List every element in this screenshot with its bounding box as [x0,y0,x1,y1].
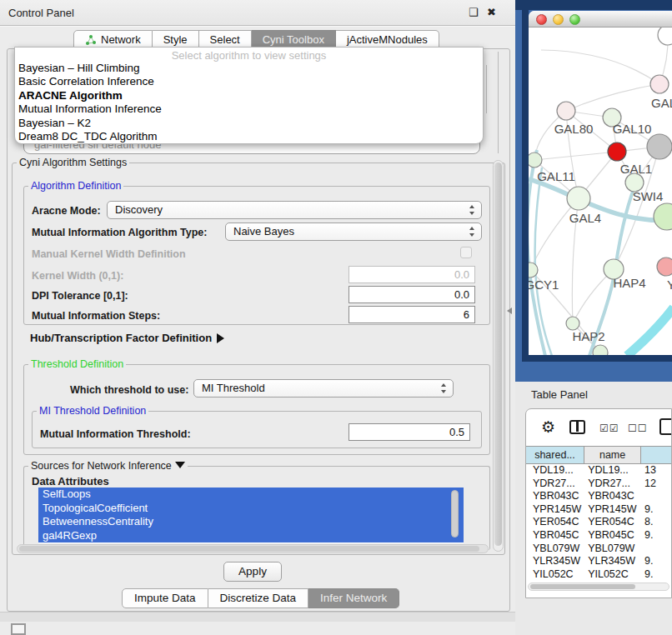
dpi-tolerance-field[interactable]: 0.0 [349,286,475,303]
column-header[interactable]: name [584,447,641,463]
status-strip [0,612,517,622]
network-node[interactable] [658,28,672,45]
float-panel-icon[interactable]: ❑ [469,6,479,18]
mi-algorithm-type-combo[interactable]: Naive Bayes [225,222,482,241]
settings-horizontal-scrollbar[interactable] [17,544,489,553]
network-node[interactable] [593,345,608,355]
expand-right-icon [217,333,224,343]
algorithm-definition-title: Algorithm Definition [28,180,123,192]
splitter-collapse-icon[interactable] [507,308,512,314]
table-row[interactable]: YLR345WYLR345W9. [526,555,671,568]
column-header[interactable]: shared... [526,447,584,463]
manual-kernel-width-label: Manual Kernel Width Definition [32,248,186,260]
table-row[interactable]: YPR145WYPR145W9. [526,503,671,517]
which-threshold-combo[interactable]: MI Threshold [193,379,454,398]
algorithm-option[interactable]: Mutual Information Inference [15,102,483,116]
network-edge[interactable] [627,308,672,355]
minimize-window-icon[interactable] [553,14,564,25]
table-cell: YBR043C [526,490,584,503]
attribute-item-selected[interactable]: SelfLoops [38,488,464,502]
network-node[interactable] [529,152,542,168]
zoom-window-icon[interactable] [569,14,580,25]
dpi-tolerance-label: DPI Tolerance [0,1]: [32,290,128,302]
tab-discretize-data[interactable]: Discretize Data [208,588,309,608]
table-cell: YPR145W [526,503,584,517]
network-edge[interactable] [566,84,659,111]
network-node[interactable] [567,187,590,210]
table-row[interactable]: YBR043CYBR043C [526,490,671,503]
mi-threshold-label: Mutual Information Threshold: [40,428,191,440]
combo-spinner-icon [441,383,447,393]
data-attributes-list[interactable]: SelfLoopsTopologicalCoefficientBetweenne… [38,488,464,543]
network-window-titlebar[interactable] [529,11,672,28]
table-cell: YBL079W [526,542,584,556]
network-node[interactable] [657,258,672,276]
network-node[interactable] [566,317,579,330]
control-panel: Control Panel ❑ ✖ NetworkStyleSelectCyni… [0,0,517,635]
network-node[interactable] [608,142,626,161]
attribute-item-selected[interactable]: TopologicalCoefficient [38,502,464,516]
threshold-definition-title: Threshold Definition [28,358,126,370]
network-node[interactable] [557,102,575,120]
cyni-bottom-tabs: Impute DataDiscretize DataInfer Network [122,588,399,608]
close-window-icon[interactable] [536,14,547,25]
control-panel-title: Control Panel [8,7,74,19]
tab-infer-network[interactable]: Infer Network [308,588,399,608]
node-label: GCY1 [529,278,559,292]
window-shadow-bottom [522,355,672,362]
table-cell: 9. [641,568,671,581]
algorithm-option[interactable]: Bayesian – K2 [15,117,483,130]
tab-impute-data[interactable]: Impute Data [122,588,208,608]
settings-vertical-scrollbar[interactable] [493,160,504,552]
attribute-item-selected[interactable]: gal4RGexp [38,529,464,543]
sources-title[interactable]: Sources for Network Inference [28,460,188,472]
network-node[interactable] [647,134,672,159]
column-header[interactable] [641,447,671,463]
deselect-all-icon[interactable]: ☐☐ [628,422,648,434]
column-chooser-icon[interactable] [569,420,585,434]
memory-status-icon[interactable] [11,623,26,635]
close-panel-icon[interactable]: ✖ [487,6,496,18]
apply-button[interactable]: Apply [223,562,282,582]
table-row[interactable]: YDL19...YDL19...13 [526,464,671,478]
network-node[interactable] [650,75,669,93]
mi-threshold-field[interactable]: 0.5 [349,423,470,441]
table-cell: YPR145W [584,503,641,517]
manual-kernel-width-checkbox[interactable] [460,247,472,258]
mi-steps-field[interactable]: 6 [349,306,475,323]
attributes-scrollbar[interactable] [451,490,459,538]
kernel-width-field[interactable]: 0.0 [349,266,475,283]
kernel-width-label: Kernel Width (0,1): [32,270,123,282]
network-view-window: GALGAL80GAL10GAL1GAL11SWI4GAL4GCY1HAP4YH… [529,11,672,355]
algorithm-option[interactable]: Basic Correlation Inference [15,75,483,88]
network-graph[interactable]: GALGAL80GAL10GAL1GAL11SWI4GAL4GCY1HAP4YH… [529,28,672,355]
export-table-icon[interactable] [659,418,672,435]
which-threshold-value: MI Threshold [202,382,265,394]
algorithm-option[interactable]: Dream8 DC_TDC Algorithm [15,130,483,143]
table-row[interactable]: YBL079WYBL079W [526,542,671,556]
table-row[interactable]: YBR045CYBR045C9. [526,529,671,542]
algorithm-dropdown-placeholder: Select algorithm to view settings [15,48,483,62]
network-node[interactable] [654,203,672,230]
network-edge[interactable] [534,152,617,160]
combo-spinner-icon [469,205,475,215]
table-cell: YLR345W [584,555,641,568]
table-horizontal-scrollbar[interactable] [528,582,669,591]
control-panel-titlebar [0,0,517,26]
aracne-mode-combo[interactable]: Discovery [107,201,482,219]
hub-definition-toggle[interactable]: Hub/Transcription Factor Definition [30,332,224,344]
algorithm-option[interactable]: ARACNE Algorithm [15,89,483,102]
table-row[interactable]: YDR27...YDR27...12 [526,478,671,491]
gear-icon[interactable]: ⚙ [541,419,555,435]
table-cell: YBL079W [584,542,641,556]
network-edge[interactable] [541,50,659,84]
network-icon [85,34,97,46]
table-row[interactable]: YER054CYER054C8. [526,516,671,529]
background-groupbox-line [486,65,487,113]
table-body: YDL19...YDL19...13YDR27...YDR27...12YBR0… [526,464,671,581]
select-all-icon[interactable]: ☑☑ [599,422,619,434]
table-row[interactable]: YIL052CYIL052C9. [526,568,671,581]
attribute-item-selected[interactable]: BetweennessCentrality [38,515,464,529]
algorithm-option[interactable]: Bayesian – Hill Climbing [15,62,483,75]
table-cell: YDL19... [526,464,584,478]
